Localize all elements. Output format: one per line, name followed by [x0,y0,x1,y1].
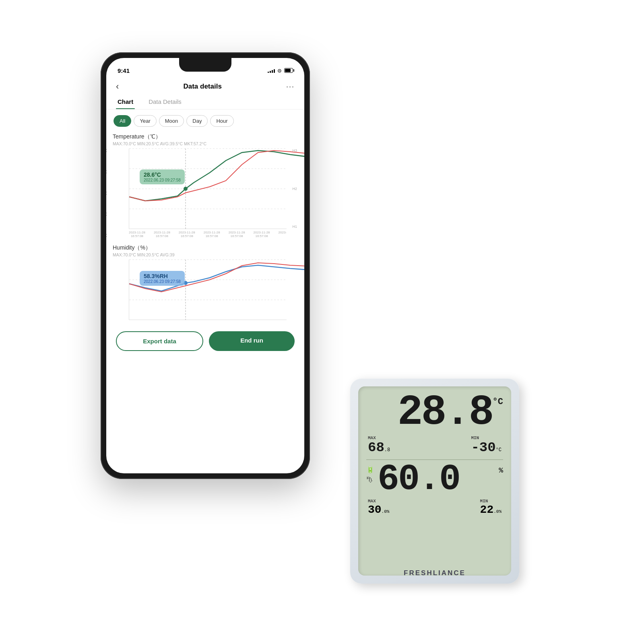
h-label-3: H3 [292,149,297,153]
device-hum-min-value: 22 [480,504,494,516]
humidity-chart-svg [129,260,287,320]
temperature-y-labels: 30°C 25°C 20°C 15°C 10°C [106,149,107,238]
battery-fill [285,69,291,72]
svg-point-10 [184,281,188,285]
wifi-icon: ⊜ [277,68,282,74]
temperature-chart-title: Temperature（℃） [113,133,298,140]
device-hum-max-value: 30 [368,504,382,516]
end-run-button[interactable]: End run [209,331,295,351]
x-label: 2023-11-2816:57:08 [179,231,195,238]
device-temp-max-label: MAX [368,436,390,440]
signal-icon [268,68,275,73]
device-hum-max-unit: % [387,509,390,514]
humidity-chart-section: Humidity（%） MAX:70.0°C MIN:20.5°C AVG:39… [106,244,304,320]
temperature-chart-section: Temperature（℃） MAX:70.0°C MIN:20.5°C AVG… [106,133,304,238]
temperature-chart-stats: MAX:70.0°C MIN:20.5°C AVG:39.5°C MKT:57.… [113,141,298,146]
device-temp-min-label: MIN [471,436,502,440]
footer-buttons: Export data End run [106,324,304,361]
x-label: 2023- [279,231,287,238]
y-label: 25°C [106,170,107,174]
device-temp-max-block: MAX 68 .8 [368,436,390,455]
x-label: 2023-11-2816:57:08 [129,231,145,238]
h-label-2: H2 [292,187,297,191]
chart-gridlines [129,149,287,229]
device: 28.8 °C MAX 68 .8 MIN -3 [350,378,543,604]
scene: 9:41 ⊜ ‹ Data details [101,40,543,604]
device-hum-max-block: MAX 30 .0 % [368,499,389,516]
device-temp-min-block: MIN -30 °C [471,436,502,455]
device-temp-min-unit: °C [496,447,502,453]
filter-year[interactable]: Year [134,115,156,127]
y-label: 30°C [106,149,107,153]
device-temperature-display: 28.8 °C [366,393,503,433]
phone-notch [179,58,231,72]
device-body: 28.8 °C MAX 68 .8 MIN -3 [350,378,519,584]
tab-chart[interactable]: Chart [116,96,135,109]
tab-data-details[interactable]: Data Details [147,96,183,109]
device-hum-max-label: MAX [368,499,389,504]
temperature-x-labels: 2023-11-2816:57:08 2023-11-2816:57:08 20… [129,229,287,238]
device-humidity-value: 60.0 [378,462,499,497]
page-title: Data details [183,83,221,91]
device-brand: FRESHLIANCE [350,569,519,577]
y-label: 10°C [106,233,107,238]
filter-all[interactable]: All [114,115,131,127]
status-icons: ⊜ [268,68,293,74]
bluetooth-icon: ⮷ [366,477,374,484]
filter-moon[interactable]: Moon [159,115,184,127]
device-humidity-display: 🔋 ⮷ 60.0 % [366,462,503,497]
humidity-chart-stats: MAX:70.0°C MIN:20.5°C AVG:39 [113,252,298,257]
more-button[interactable]: ··· [286,83,295,91]
device-temp-max-value: 68 [368,440,384,455]
x-label: 2023-11-2816:57:08 [204,231,220,238]
device-hum-min-unit: % [499,509,502,514]
x-label: 2023-11-2816:57:08 [229,231,245,238]
filter-hour[interactable]: Hour [210,115,233,127]
status-time: 9:41 [118,67,130,74]
device-hum-min-decimal: .0 [493,509,499,514]
y-label: 20°C [106,191,107,196]
device-hum-min-block: MIN 22 .0 % [480,499,502,516]
main-tabs: Chart Data Details [106,96,304,109]
svg-point-5 [184,187,188,191]
filter-day[interactable]: Day [186,115,208,127]
h-label-1: H1 [292,225,297,229]
app-header: ‹ Data details ··· [106,78,304,96]
x-label: 2023-11-2816:57:08 [254,231,270,238]
device-temperature-sub: MAX 68 .8 MIN -30 °C [366,434,503,457]
device-temp-max-decimal: .8 [384,447,390,453]
battery-icon [284,68,293,73]
device-hum-max-decimal: .0 [382,509,387,514]
device-temperature-value: 28.8 [398,393,493,433]
h-labels: H3 H2 H1 [292,149,297,229]
phone: 9:41 ⊜ ‹ Data details [101,52,310,479]
phone-screen: 9:41 ⊜ ‹ Data details [106,58,304,473]
device-icons: 🔋 ⮷ [366,466,374,484]
device-screen: 28.8 °C MAX 68 .8 MIN -3 [358,386,511,576]
time-filter: All Year Moon Day Hour [106,115,304,127]
device-humidity-unit: % [499,466,503,475]
device-humidity-sub: MAX 30 .0 % MIN 22 .0 % [366,497,503,518]
back-button[interactable]: ‹ [116,81,119,92]
x-label: 2023-11-2816:57:08 [154,231,170,238]
device-hum-min-label: MIN [480,499,502,504]
y-label: 15°C [106,212,107,217]
humidity-chart-title: Humidity（%） [113,244,298,252]
battery-low-icon: 🔋 [366,466,374,473]
device-temp-min-value: -30 [471,440,495,455]
humidity-chart-area[interactable]: 58.3%RH 2022.06.23 09:27:58 [129,260,287,320]
temperature-chart-area[interactable]: 28.6°C 2022.06.23 09:27:58 H3 H2 H1 [129,149,287,229]
export-data-button[interactable]: Export data [116,331,203,351]
device-temperature-unit: °C [493,398,503,407]
